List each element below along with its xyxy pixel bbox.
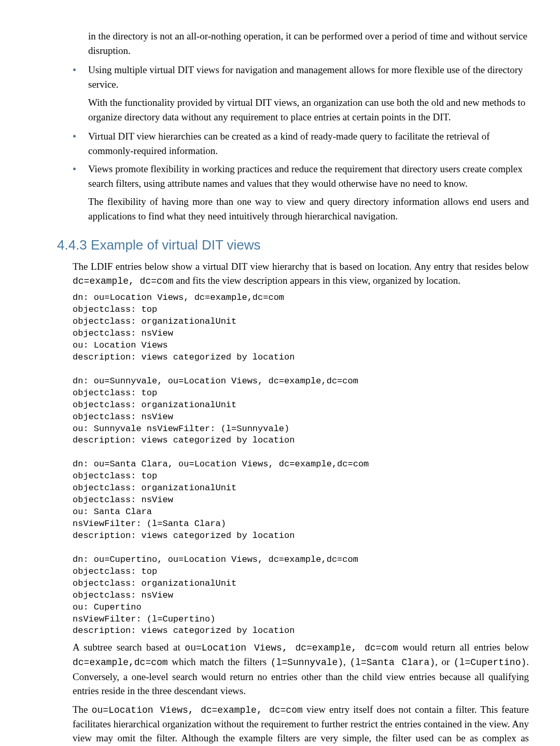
bullet-sub: With the functionality provided by virtu… [88,95,529,124]
text: which match the filters [168,656,271,667]
text: and fits the view description appears in… [173,275,460,286]
after-para-1: A subtree search based at ou=Location Vi… [73,640,529,698]
bullet-item: • Views promote flexibility in working p… [73,162,529,190]
code-inline: (l=Santa Clara) [349,657,435,668]
text: A subtree search based at [73,642,185,653]
after-para-2: The ou=Location Views, dc=example, dc=co… [73,702,529,746]
bullet-item: • Using multiple virtual DIT views for n… [73,63,529,91]
section-intro: The LDIF entries below show a virtual DI… [73,259,529,288]
section-heading: 4.4.3 Example of virtual DIT views [57,237,529,253]
text: The LDIF entries below show a virtual DI… [73,261,529,272]
bullet-sub: The flexibility of having more than one … [88,195,529,223]
intro-continuation: in the directory is not an all-or-nothin… [88,29,529,58]
code-inline: dc=example, dc=com [73,276,173,286]
bullet-text: Virtual DIT view hierarchies can be crea… [88,129,529,158]
code-inline: (l=Sunnyvale) [271,657,343,668]
code-inline: dc=example,dc=com [73,657,168,668]
bullet-icon: • [73,162,88,176]
code-inline: (l=Cupertino) [454,657,526,668]
code-inline: ou=Location Views, dc=example, dc=com [92,705,303,715]
code-inline: ou=Location Views, dc=example, dc=com [185,643,398,653]
text: , or [435,656,454,667]
bullet-icon: • [73,129,88,144]
bullet-icon: • [73,63,88,77]
text: The [73,704,92,715]
bullet-text: Views promote flexibility in working pra… [88,162,529,190]
ldif-block: dn: ou=Location Views, dc=example,dc=com… [73,292,529,637]
bullet-text: Using multiple virtual DIT views for nav… [88,63,529,91]
bullet-item: • Virtual DIT view hierarchies can be cr… [73,129,529,158]
text: would return all entries below [398,642,529,653]
text: , [343,656,349,667]
